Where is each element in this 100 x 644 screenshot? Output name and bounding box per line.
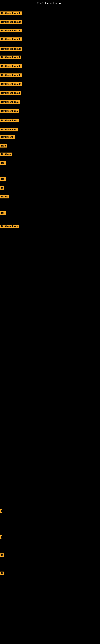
bottleneck-result-badge: |: [0, 535, 2, 540]
badge-label: Bottleneck re: [0, 128, 18, 132]
badge-label: Bottleneck result: [0, 64, 22, 68]
bottleneck-result-badge: Bottleneck res: [0, 119, 19, 123]
bottleneck-result-badge: Bottleneck result: [0, 82, 22, 87]
badge-label: Bottle: [0, 195, 9, 198]
badge-label: |: [0, 535, 2, 539]
bottleneck-result-badge: Bottleneck re: [0, 128, 18, 132]
bottleneck-result-badge: Bo: [0, 177, 6, 182]
bottleneck-result-badge: Bottleneck result: [0, 12, 22, 16]
badge-label: Bo: [0, 177, 6, 181]
bottleneck-result-badge: Bottleneck res: [0, 109, 19, 114]
bottleneck-result-badge: Bottleneck result: [0, 20, 22, 24]
badge-label: Bo: [0, 161, 6, 164]
badge-label: Bottleneck resul: [0, 91, 21, 95]
bottleneck-result-badge: Bottleneck res: [0, 224, 19, 229]
bottleneck-result-badge: Bottleneck resul: [0, 56, 21, 60]
bottleneck-result-badge: Bottlene: [0, 152, 12, 157]
badge-label: Bottleneck result: [0, 82, 22, 86]
badge-label: B: [0, 186, 3, 190]
bottleneck-result-badge: Bo: [0, 161, 6, 166]
bottleneck-result-badge: Bottleneck result: [0, 64, 22, 69]
badge-label: Bott: [0, 144, 7, 148]
bottleneck-result-badge: Bott: [0, 144, 7, 148]
bottleneck-result-badge: Bottleneck result: [0, 47, 22, 52]
bottleneck-result-badge: |: [0, 509, 2, 514]
badge-label: Bottleneck result: [0, 20, 22, 24]
badge-label: Bottleneck result: [0, 12, 22, 15]
badge-label: |: [0, 509, 2, 513]
bottleneck-result-badge: Bottle: [0, 195, 9, 199]
badge-label: Bottleneck result: [0, 38, 22, 41]
site-title: TheBottlenecker.com: [0, 0, 100, 6]
badge-label: B: [0, 572, 3, 575]
bottleneck-result-badge: Bottleneck result: [0, 74, 22, 78]
bottleneck-result-badge: Bottleneck: [0, 135, 15, 140]
badge-label: Bottlene: [0, 152, 12, 156]
bottleneck-result-badge: B: [0, 572, 3, 576]
badge-label: Bottleneck result: [0, 29, 22, 32]
bottleneck-result-badge: Bottleneck result: [0, 38, 22, 42]
badge-label: Bottleneck resul: [0, 56, 21, 59]
badge-label: B: [0, 554, 3, 557]
badge-label: Bottleneck resu: [0, 100, 20, 104]
bottleneck-result-badge: Bottleneck result: [0, 29, 22, 33]
badge-label: Bottleneck res: [0, 224, 19, 228]
bottleneck-result-badge: B: [0, 554, 3, 558]
bottleneck-result-badge: B: [0, 186, 3, 190]
bottleneck-result-badge: Bo: [0, 211, 6, 216]
badge-label: Bottleneck result: [0, 47, 22, 51]
bottleneck-result-badge: Bottleneck resu: [0, 100, 20, 105]
badge-label: Bottleneck res: [0, 109, 19, 113]
badge-label: Bo: [0, 211, 6, 215]
badge-label: Bottleneck: [0, 135, 15, 139]
badge-label: Bottleneck result: [0, 74, 22, 77]
badge-label: Bottleneck res: [0, 119, 19, 122]
bottleneck-result-badge: Bottleneck resul: [0, 91, 21, 96]
